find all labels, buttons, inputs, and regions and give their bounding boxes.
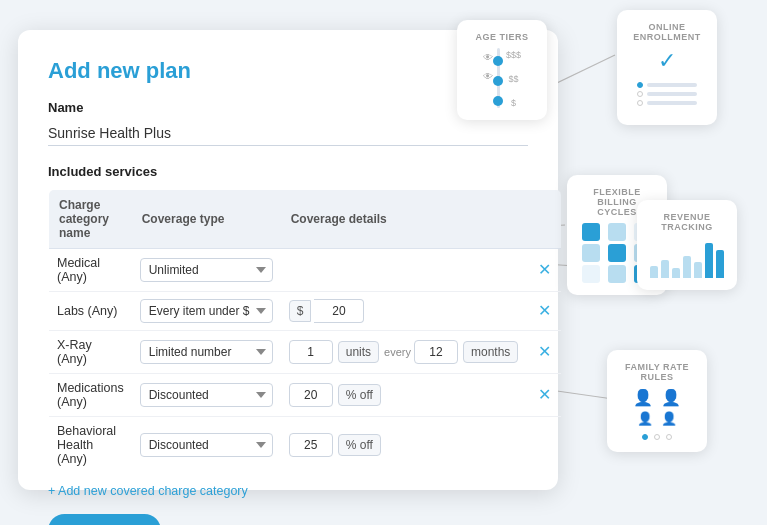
billing-cell-1: [582, 223, 600, 241]
bar-7: [716, 250, 724, 278]
page-title: Add new plan: [48, 58, 528, 84]
enroll-rect-2: [647, 92, 697, 96]
tier-s: $: [506, 98, 521, 108]
col-header-details: Coverage details: [281, 190, 529, 249]
person-icon-1: 👤: [633, 388, 653, 407]
family-dots: [619, 434, 695, 440]
units-label: units: [338, 341, 379, 363]
table-row: Labs (Any) Unlimited Every item under $ …: [49, 292, 562, 331]
family-icons-row2: 👤 👤: [619, 411, 695, 426]
coverage-details-behavioral[interactable]: % off: [281, 417, 529, 474]
enrollment-check-icon: ✓: [629, 48, 705, 74]
coverage-type-medical[interactable]: Unlimited Every item under $ Limited num…: [132, 249, 281, 292]
delete-row-labs[interactable]: ✕: [536, 303, 553, 319]
charge-name-xray: X-Ray (Any): [49, 331, 132, 374]
family-rate-title: FAMILY RATE RULES: [619, 362, 695, 382]
enroll-dot-3: [637, 100, 643, 106]
person-icon-4: 👤: [661, 411, 677, 426]
table-row: Medications (Any) Unlimited Every item u…: [49, 374, 562, 417]
coverage-type-xray[interactable]: Unlimited Every item under $ Limited num…: [132, 331, 281, 374]
charge-name-medical: Medical (Any): [49, 249, 132, 292]
tier-sss: $$$: [506, 50, 521, 60]
bar-3: [672, 268, 680, 278]
table-row: Behavioral Health (Any) Unlimited Every …: [49, 417, 562, 474]
coverage-details-medications[interactable]: % off: [281, 374, 529, 417]
charge-name-behavioral: Behavioral Health (Any): [49, 417, 132, 474]
enrollment-lines: [629, 78, 705, 113]
enroll-rect-1: [647, 83, 697, 87]
services-table: Charge category name Coverage type Cover…: [48, 189, 562, 474]
bar-2: [661, 260, 669, 278]
billing-cell-8: [608, 265, 626, 283]
col-header-name: Charge category name: [49, 190, 132, 249]
tier-ss: $$: [506, 74, 521, 84]
bar-1: [650, 266, 658, 278]
delete-row-xray[interactable]: ✕: [536, 344, 553, 360]
charge-name-medications: Medications (Any): [49, 374, 132, 417]
revenue-tracking-panel: REVENUE TRACKING: [637, 200, 737, 290]
revenue-tracking-title: REVENUE TRACKING: [649, 212, 725, 232]
online-enrollment-panel: ONLINE ENROLLMENT ✓: [617, 10, 717, 125]
billing-cell-2: [608, 223, 626, 241]
every-label: every: [384, 346, 411, 358]
revenue-bar-chart: [649, 238, 725, 278]
xray-units-input[interactable]: [289, 340, 333, 364]
col-header-del: [528, 190, 562, 249]
billing-cell-5: [608, 244, 626, 262]
eye-icon-1: 👁: [483, 52, 493, 63]
billing-cell-7: [582, 265, 600, 283]
add-category-link[interactable]: + Add new covered charge category: [48, 484, 248, 498]
included-services-label: Included services: [48, 164, 528, 179]
col-header-type: Coverage type: [132, 190, 281, 249]
age-tiers-title: AGE TIERS: [469, 32, 535, 42]
family-rate-panel: FAMILY RATE RULES 👤 👤 👤 👤: [607, 350, 707, 452]
bar-5: [694, 262, 702, 278]
coverage-type-medications[interactable]: Unlimited Every item under $ Limited num…: [132, 374, 281, 417]
months-label: months: [463, 341, 518, 363]
xray-period-input[interactable]: [414, 340, 458, 364]
coverage-type-select-labs[interactable]: Unlimited Every item under $ Limited num…: [140, 299, 273, 323]
dollar-sign: $: [289, 300, 312, 322]
person-icon-2: 👤: [661, 388, 681, 407]
bar-4: [683, 256, 691, 278]
eye-icon-2: 👁: [483, 71, 493, 82]
medications-pct-label: % off: [338, 384, 381, 406]
coverage-type-select-behavioral[interactable]: Unlimited Every item under $ Limited num…: [140, 433, 273, 457]
behavioral-pct-label: % off: [338, 434, 381, 456]
bar-6: [705, 243, 713, 278]
billing-cell-4: [582, 244, 600, 262]
delete-row-medical[interactable]: ✕: [536, 262, 553, 278]
table-row: X-Ray (Any) Unlimited Every item under $…: [49, 331, 562, 374]
family-icons: 👤 👤: [619, 388, 695, 407]
coverage-type-select-medical[interactable]: Unlimited Every item under $ Limited num…: [140, 258, 273, 282]
labs-amount-input[interactable]: [314, 299, 364, 323]
age-tiers-panel: AGE TIERS 👁 👁 $$$ $$ $: [457, 20, 547, 120]
coverage-type-select-xray[interactable]: Unlimited Every item under $ Limited num…: [140, 340, 273, 364]
medications-pct-input[interactable]: [289, 383, 333, 407]
family-dot-2: [654, 434, 660, 440]
enroll-dot-2: [637, 91, 643, 97]
table-row: Medical (Any) Unlimited Every item under…: [49, 249, 562, 292]
coverage-details-medical: [281, 249, 529, 292]
coverage-details-labs[interactable]: $: [281, 292, 529, 331]
person-icon-3: 👤: [637, 411, 653, 426]
family-dot-1: [642, 434, 648, 440]
behavioral-pct-input[interactable]: [289, 433, 333, 457]
family-dot-3: [666, 434, 672, 440]
plan-name-input[interactable]: [48, 121, 528, 146]
coverage-type-labs[interactable]: Unlimited Every item under $ Limited num…: [132, 292, 281, 331]
delete-row-medications[interactable]: ✕: [536, 387, 553, 403]
coverage-type-behavioral[interactable]: Unlimited Every item under $ Limited num…: [132, 417, 281, 474]
charge-name-labs: Labs (Any): [49, 292, 132, 331]
enroll-dot-1: [637, 82, 643, 88]
coverage-type-select-medications[interactable]: Unlimited Every item under $ Limited num…: [140, 383, 273, 407]
online-enrollment-title: ONLINE ENROLLMENT: [629, 22, 705, 42]
enroll-rect-3: [647, 101, 697, 105]
name-label: Name: [48, 100, 528, 115]
save-button[interactable]: Save plan: [48, 514, 161, 525]
coverage-details-xray[interactable]: units every months: [281, 331, 529, 374]
